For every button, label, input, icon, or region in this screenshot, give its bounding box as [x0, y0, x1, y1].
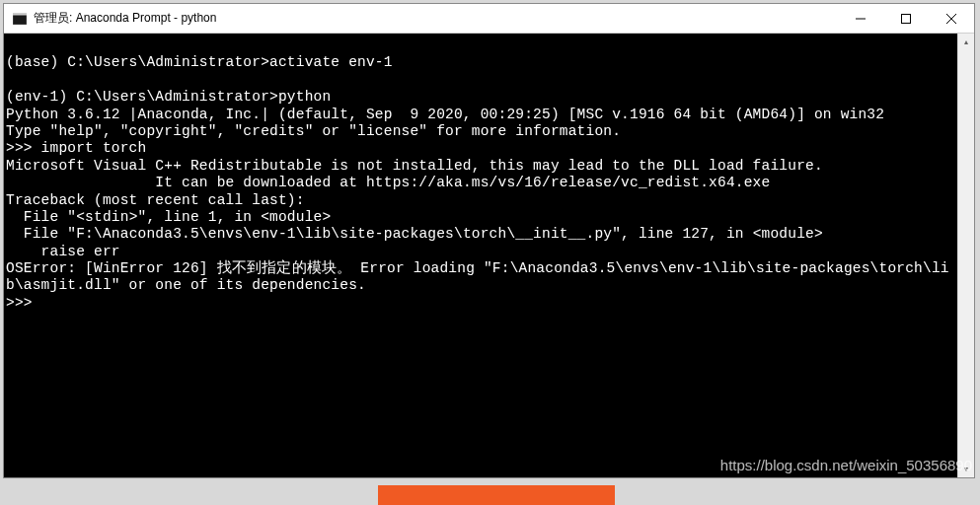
terminal-output[interactable]: (base) C:\Users\Administrator>activate e…: [4, 34, 957, 477]
terminal-window: 管理员: Anaconda Prompt - python (base) C:\…: [3, 3, 975, 478]
terminal-body-wrap: (base) C:\Users\Administrator>activate e…: [4, 34, 974, 477]
minimize-button[interactable]: [838, 4, 883, 33]
titlebar[interactable]: 管理员: Anaconda Prompt - python: [4, 4, 974, 34]
scroll-track[interactable]: [958, 50, 974, 461]
orange-accent-bar: [378, 485, 615, 505]
close-button[interactable]: [929, 4, 974, 33]
scroll-down-icon[interactable]: ▾: [958, 461, 974, 477]
svg-rect-1: [13, 13, 27, 16]
window-controls: [838, 4, 974, 33]
vertical-scrollbar[interactable]: ▴ ▾: [957, 34, 974, 477]
terminal-icon: [12, 11, 28, 27]
svg-rect-3: [902, 14, 911, 23]
window-title: 管理员: Anaconda Prompt - python: [34, 10, 838, 27]
scroll-up-icon[interactable]: ▴: [958, 34, 974, 50]
maximize-button[interactable]: [883, 4, 929, 33]
